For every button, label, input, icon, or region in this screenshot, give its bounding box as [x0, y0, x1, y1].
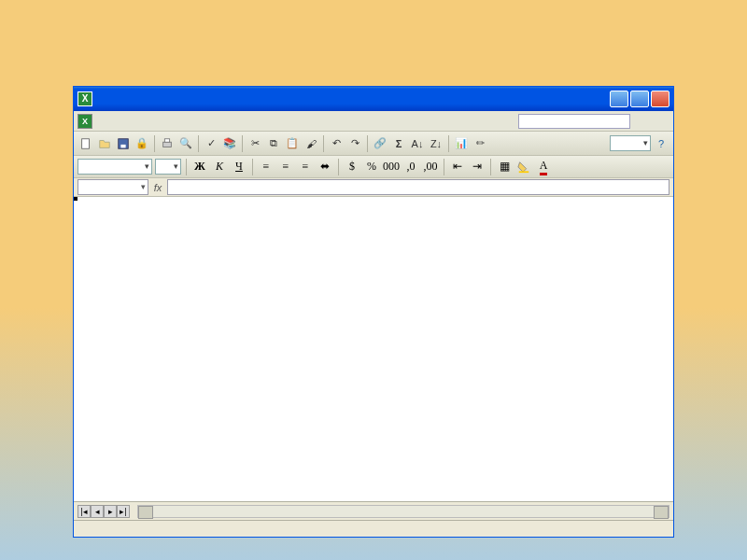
currency-icon[interactable]: $: [344, 159, 360, 175]
formula-bar[interactable]: [167, 179, 669, 195]
save-icon[interactable]: [115, 135, 132, 152]
standard-toolbar: 🔒 🔍 ✓ 📚 ✂ ⧉ 📋 🖌 ↶ ↷ 🔗 Σ A↓ Z↓ 📊 ✏ ?: [74, 132, 673, 156]
close-button[interactable]: [651, 91, 669, 107]
tab-nav-last[interactable]: ▸|: [117, 505, 130, 518]
excel-app-icon: [78, 91, 92, 106]
slide-title: [0, 0, 747, 28]
font-color-icon[interactable]: A: [535, 159, 552, 175]
inc-decimal-icon[interactable]: ,0: [402, 159, 419, 175]
excel-window: 🔒 🔍 ✓ 📚 ✂ ⧉ 📋 🖌 ↶ ↷ 🔗 Σ A↓ Z↓ 📊 ✏ ? Ж К …: [73, 86, 674, 538]
formula-bar-row: fx: [74, 178, 673, 197]
sort-asc-icon[interactable]: A↓: [409, 135, 426, 152]
research-icon[interactable]: 📚: [221, 135, 238, 152]
italic-button[interactable]: К: [211, 159, 228, 175]
spell-icon[interactable]: ✓: [203, 135, 219, 152]
doc-restore-button[interactable]: [647, 116, 658, 127]
horizontal-scrollbar[interactable]: [137, 505, 669, 518]
bold-button[interactable]: Ж: [191, 159, 208, 175]
percent-icon[interactable]: %: [363, 159, 380, 175]
merge-icon[interactable]: ⬌: [317, 159, 333, 175]
maximize-button[interactable]: [630, 91, 649, 107]
doc-icon[interactable]: [78, 114, 92, 129]
selection-border: [74, 197, 78, 201]
svg-rect-0: [82, 138, 90, 148]
borders-icon[interactable]: ▦: [496, 159, 513, 175]
svg-rect-4: [164, 138, 169, 142]
autosum-icon[interactable]: Σ: [390, 135, 407, 152]
print-icon[interactable]: [159, 135, 176, 152]
copy-icon[interactable]: ⧉: [265, 135, 282, 152]
sheet-tab-bar: |◂ ◂ ▸ ▸|: [74, 501, 673, 520]
status-bar: [74, 520, 673, 537]
tab-nav-first[interactable]: |◂: [78, 505, 91, 518]
preview-icon[interactable]: 🔍: [177, 135, 194, 152]
tab-nav-prev[interactable]: ◂: [91, 505, 104, 518]
fx-icon[interactable]: fx: [148, 182, 167, 193]
svg-rect-3: [163, 142, 172, 147]
tab-nav-next[interactable]: ▸: [104, 505, 117, 518]
name-box[interactable]: [78, 179, 148, 195]
redo-icon[interactable]: ↷: [346, 135, 363, 152]
undo-icon[interactable]: ↶: [328, 135, 345, 152]
paste-icon[interactable]: 📋: [284, 135, 301, 152]
align-left-icon[interactable]: ≡: [258, 159, 275, 175]
inc-indent-icon[interactable]: ⇥: [469, 159, 486, 175]
menu-help[interactable]: [188, 119, 199, 123]
comma-icon[interactable]: 000: [383, 159, 400, 175]
fill-color-icon[interactable]: [515, 159, 532, 175]
underline-button[interactable]: Ч: [231, 159, 247, 175]
format-painter-icon[interactable]: 🖌: [303, 135, 319, 152]
menu-window[interactable]: [176, 119, 188, 123]
permission-icon[interactable]: 🔒: [134, 135, 150, 152]
font-combo[interactable]: [78, 159, 152, 175]
chart-icon[interactable]: 📊: [453, 135, 470, 152]
titlebar[interactable]: [74, 87, 673, 111]
zoom-combo[interactable]: [610, 135, 651, 151]
menu-file[interactable]: [98, 119, 109, 123]
dec-decimal-icon[interactable]: ,00: [422, 159, 439, 175]
menu-data[interactable]: [165, 119, 176, 123]
menu-format[interactable]: [143, 119, 154, 123]
doc-minimize-button[interactable]: [634, 116, 645, 127]
size-combo[interactable]: [155, 159, 181, 175]
sort-desc-icon[interactable]: Z↓: [428, 135, 444, 152]
menu-view[interactable]: [120, 119, 132, 123]
menu-tools[interactable]: [154, 119, 165, 123]
menu-edit[interactable]: [109, 119, 120, 123]
svg-rect-5: [519, 171, 529, 173]
open-icon[interactable]: [96, 135, 113, 152]
help-search-input[interactable]: [518, 114, 630, 129]
minimize-button[interactable]: [610, 91, 628, 107]
cut-icon[interactable]: ✂: [247, 135, 263, 152]
worksheet-grid[interactable]: [74, 197, 673, 501]
align-center-icon[interactable]: ≡: [277, 159, 294, 175]
align-right-icon[interactable]: ≡: [297, 159, 314, 175]
new-icon[interactable]: [78, 135, 94, 152]
help-icon[interactable]: ?: [653, 135, 669, 152]
menu-insert[interactable]: [132, 119, 143, 123]
dec-indent-icon[interactable]: ⇤: [449, 159, 466, 175]
doc-close-button[interactable]: [660, 116, 671, 127]
format-toolbar: Ж К Ч ≡ ≡ ≡ ⬌ $ % 000 ,0 ,00 ⇤ ⇥ ▦ A: [74, 156, 673, 178]
hyperlink-icon[interactable]: 🔗: [372, 135, 388, 152]
svg-rect-2: [120, 144, 125, 147]
menubar: [74, 111, 673, 132]
drawing-icon[interactable]: ✏: [472, 135, 488, 152]
